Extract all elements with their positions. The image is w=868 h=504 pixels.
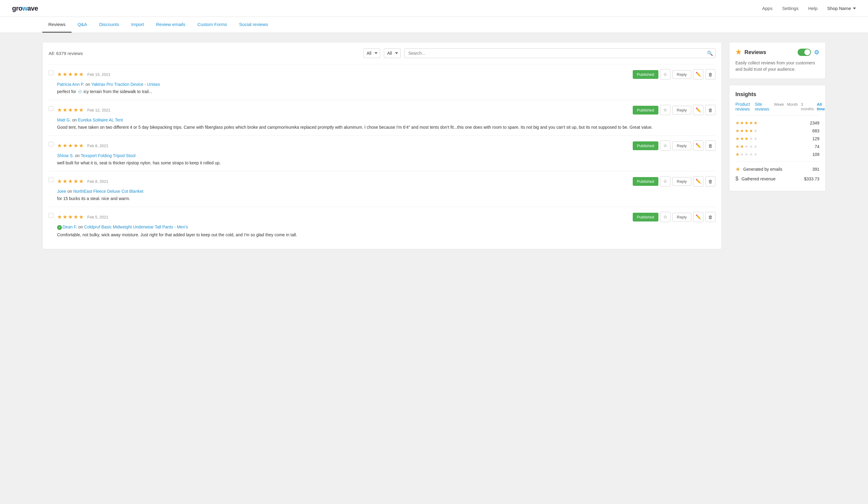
reply-button-4[interactable]: Reply [672, 213, 691, 222]
review-item: ★★★★★ Feb 5, 2021 Published ☆ Reply ✏️ 🗑… [49, 207, 715, 243]
star-sm-icon: ★ [744, 144, 748, 149]
delete-button-1[interactable]: 🗑 [705, 105, 715, 115]
star-button-2[interactable]: ☆ [660, 141, 671, 151]
star-1-icon: ★ [57, 142, 62, 149]
filter-select-2[interactable]: All [384, 48, 401, 58]
review-author-0: Patricia Ann P. on Yaktrax Pro Traction … [57, 82, 715, 87]
review-actions-1: Published ☆ Reply ✏️ 🗑 [633, 105, 715, 115]
period-3months[interactable]: 3 months [801, 102, 814, 111]
generated-emails-row: ★ Generated by emails 391 [735, 166, 819, 173]
tab-import[interactable]: Import [125, 17, 150, 33]
nav-help[interactable]: Help [808, 6, 818, 11]
reply-button-3[interactable]: Reply [672, 177, 691, 186]
star-2-icon: ★ [63, 71, 68, 78]
header: growave Apps Settings Help Shop Name [0, 0, 868, 17]
rating-row: ★★★★★129 [735, 136, 819, 141]
product-link-2[interactable]: Texsport Folding Tripod Stool [81, 153, 135, 158]
tab-social-reviews[interactable]: Social reviews [233, 17, 274, 33]
author-link-3[interactable]: Joee [57, 189, 66, 194]
edit-button-4[interactable]: ✏️ [693, 212, 703, 222]
site-reviews-link[interactable]: Site reviews [755, 102, 769, 112]
nav-apps[interactable]: Apps [762, 6, 773, 11]
star-sm-icon: ★ [744, 136, 748, 141]
star-button-1[interactable]: ☆ [660, 105, 671, 115]
author-link-1[interactable]: Matt G. [57, 117, 71, 122]
star-sm-icon: ★ [740, 152, 744, 157]
tab-custom-forms[interactable]: Custom Forms [191, 17, 233, 33]
author-link-4[interactable]: Dean F. [63, 225, 77, 229]
delete-button-2[interactable]: 🗑 [705, 141, 715, 151]
edit-button-3[interactable]: ✏️ [693, 176, 703, 186]
period-week[interactable]: Week [774, 102, 784, 111]
reply-button-0[interactable]: Reply [672, 70, 691, 79]
tab-reviews[interactable]: Reviews [42, 17, 72, 33]
review-checkbox-4[interactable] [49, 213, 53, 218]
tab-review-emails[interactable]: Review emails [150, 17, 192, 33]
review-text-0: perfect for 🌨️ icy terrain from the side… [57, 89, 715, 95]
gear-icon[interactable]: ⚙ [814, 49, 819, 56]
period-alltime[interactable]: All time [817, 102, 825, 111]
product-link-0[interactable]: Yaktrax Pro Traction Device - Unisex [91, 82, 160, 87]
tab-discounts[interactable]: Discounts [93, 17, 125, 33]
star-5-icon: ★ [79, 142, 84, 149]
star-sm-icon: ★ [754, 128, 757, 134]
product-link-1[interactable]: Eureka Solitaire AL Tent [78, 117, 123, 122]
insights-period-tabs: Week Month 3 months All time [774, 102, 825, 111]
author-link-0[interactable]: Patricia Ann P. [57, 82, 84, 87]
product-reviews-link[interactable]: Product reviews [735, 102, 750, 112]
tab-qa[interactable]: Q&A [72, 17, 93, 33]
reply-button-2[interactable]: Reply [672, 141, 691, 150]
published-button-0[interactable]: Published [633, 70, 658, 79]
star-button-4[interactable]: ☆ [660, 212, 671, 222]
review-checkbox-1[interactable] [49, 106, 53, 111]
star-5-icon: ★ [79, 214, 84, 220]
published-button-3[interactable]: Published [633, 177, 658, 186]
search-input[interactable] [404, 48, 715, 58]
review-checkbox-3[interactable] [49, 177, 53, 182]
nav-settings[interactable]: Settings [782, 6, 798, 11]
star-1-icon: ★ [57, 107, 62, 113]
review-item: ★★★★★ Feb 15, 2021 Published ☆ Reply ✏️ … [49, 64, 715, 100]
review-body-1: ★★★★★ Feb 12, 2021 Published ☆ Reply ✏️ … [57, 105, 715, 131]
period-month[interactable]: Month [787, 102, 798, 111]
edit-button-1[interactable]: ✏️ [693, 105, 703, 115]
star-button-0[interactable]: ☆ [660, 69, 671, 80]
reply-button-1[interactable]: Reply [672, 106, 691, 114]
star-sm-icon: ★ [740, 128, 744, 134]
star-5-icon: ★ [79, 71, 84, 78]
delete-button-3[interactable]: 🗑 [705, 176, 715, 186]
shop-name-dropdown[interactable]: Shop Name [827, 6, 856, 11]
published-button-1[interactable]: Published [633, 106, 658, 114]
product-link-4[interactable]: Coldpruf Basic Midweight Underwear Tall … [84, 225, 188, 229]
published-button-4[interactable]: Published [633, 213, 658, 222]
filter-select-1[interactable]: All [363, 48, 380, 58]
star-2-icon: ★ [63, 142, 68, 149]
review-body-4: ★★★★★ Feb 5, 2021 Published ☆ Reply ✏️ 🗑… [57, 212, 715, 238]
product-link-3[interactable]: NorthEast Fleece Deluxe Cot Blanket [73, 189, 143, 194]
review-meta-3: ★★★★★ Feb 8, 2021 Published ☆ Reply ✏️ 🗑 [57, 176, 715, 186]
search-button[interactable]: 🔍 [707, 50, 713, 56]
star-sm-icon: ★ [754, 152, 757, 157]
star-button-3[interactable]: ☆ [660, 176, 671, 186]
review-text-4: Comfortable, not bulky, wick away moistu… [57, 232, 715, 238]
published-button-2[interactable]: Published [633, 141, 658, 150]
edit-button-2[interactable]: ✏️ [693, 141, 703, 151]
reviews-content: All: 6379 reviews All All 🔍 ★★★★★ Feb 15… [42, 42, 722, 249]
delete-button-4[interactable]: 🗑 [705, 212, 715, 222]
reviews-list-header: All: 6379 reviews All All 🔍 [49, 48, 715, 58]
delete-button-0[interactable]: 🗑 [705, 69, 715, 80]
stars-display: ★★★★★ [57, 71, 84, 78]
reviews-toggle[interactable] [798, 49, 811, 56]
star-2-icon: ★ [63, 107, 68, 113]
stars-display: ★★★★★ [57, 178, 84, 185]
edit-button-0[interactable]: ✏️ [693, 69, 703, 80]
reviews-widget-title-text: Reviews [744, 49, 766, 55]
author-link-2[interactable]: Shlow S. [57, 153, 74, 158]
divider [735, 161, 819, 162]
review-checkbox-2[interactable] [49, 142, 53, 146]
review-body-3: ★★★★★ Feb 8, 2021 Published ☆ Reply ✏️ 🗑… [57, 176, 715, 202]
review-checkbox-0[interactable] [49, 70, 53, 75]
star-sm-icon: ★ [735, 120, 739, 126]
star-sm-icon: ★ [754, 120, 757, 126]
star-sm-icon: ★ [735, 128, 739, 134]
